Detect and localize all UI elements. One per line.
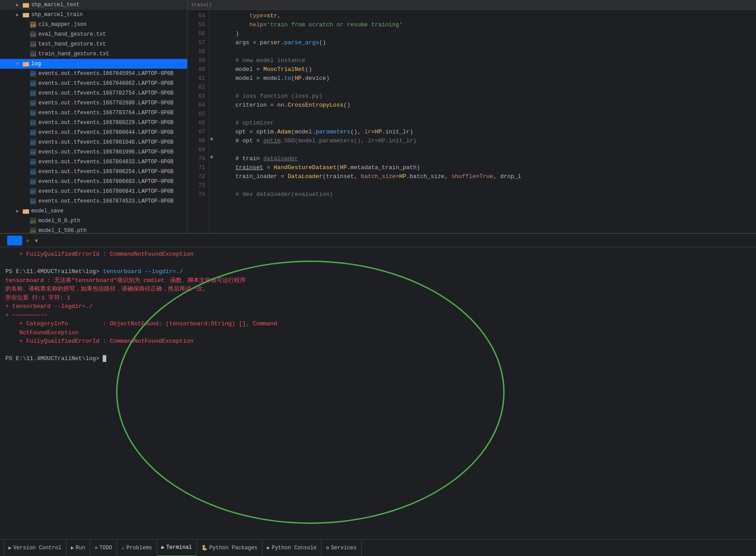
tree-item[interactable]: tfevents.out.tfevents.1667801096.LAPTOP-… — [0, 147, 187, 157]
line-number: 59 — [188, 56, 205, 65]
tree-item[interactable]: ▶shp_marcel_train — [0, 10, 187, 20]
code-content[interactable]: type=str, help='train from scratch or re… — [218, 10, 756, 233]
tf-icon: tf — [29, 158, 37, 166]
tree-item[interactable]: tfevents.out.tfevents.1667800229.LAPTOP-… — [0, 118, 187, 128]
tree-item[interactable]: tfevents.out.tfevents.1667783764.LAPTOP-… — [0, 108, 187, 118]
breadcrumb-text: train() — [191, 2, 212, 8]
tree-item[interactable]: ▶shp_marcel_test — [0, 0, 187, 10]
tree-item-label: events.out.tfevents.1667806841.LAPTOP-0P… — [38, 188, 173, 195]
svg-text:tf: tf — [31, 141, 35, 145]
folder-icon — [22, 11, 29, 18]
code-line: opt = optim.Adam(model.parameters(), lr=… — [221, 128, 752, 137]
svg-text:txt: txt — [31, 33, 36, 37]
svg-text:tf: tf — [31, 180, 35, 184]
tf-icon: tf — [29, 90, 37, 97]
status-label: Problems — [126, 545, 152, 551]
tree-item[interactable]: tfevents.out.tfevents.1667800644.LAPTOP-… — [0, 128, 187, 137]
tree-arrow: ▶ — [16, 208, 22, 214]
line-number: 69 — [188, 145, 205, 154]
tree-item[interactable]: tfevents.out.tfevents.1667801048.LAPTOP-… — [0, 137, 187, 147]
tree-item-label: events.out.tfevents.1667645954.LAPTOP-0P… — [38, 71, 173, 77]
tree-item-label: events.out.tfevents.1667782754.LAPTOP-0P… — [38, 90, 173, 96]
pth-icon: pth — [29, 217, 37, 224]
tf-icon: tf — [29, 70, 37, 77]
terminal-tab-bar: ✕ + ▾ — [0, 234, 756, 247]
gutter-cell — [209, 63, 218, 72]
terminal-add-button[interactable]: + — [24, 237, 31, 244]
code-line: # loss function (loss.py) — [221, 92, 752, 101]
code-line: # optimizer — [221, 119, 752, 128]
terminal-line: 的名称。请检查名称的拼写，如果包括路径，请确保路径正确，然后再试一次。 — [5, 285, 751, 294]
status-icon: 🐍 — [201, 545, 208, 551]
line-number: 64 — [188, 101, 205, 110]
tree-item[interactable]: ▶model_save — [0, 206, 187, 216]
terminal-line: + CategoryInfo : ObjectNotFound: (tensor… — [5, 319, 751, 328]
tree-item-label: shp_marcel_train — [31, 12, 83, 18]
status-icon: ⚠ — [121, 545, 125, 551]
gutter-cell — [209, 10, 218, 19]
terminal-line: + FullyQualifiedErrorId : CommandNotFoun… — [5, 250, 751, 259]
tree-item[interactable]: tfevents.out.tfevents.1667806841.LAPTOP-… — [0, 187, 187, 196]
terminal-local-tab[interactable]: ✕ — [7, 236, 22, 245]
tree-item[interactable]: tfevents.out.tfevents.1667645954.LAPTOP-… — [0, 69, 187, 79]
terminal-dropdown-button[interactable]: ▾ — [33, 237, 40, 244]
tree-item[interactable]: tfevents.out.tfevents.1667806254.LAPTOP-… — [0, 167, 187, 177]
line-number: 67 — [188, 128, 205, 137]
tree-item-label: shp_marcel_test — [31, 2, 79, 8]
tree-item[interactable]: ▼log — [0, 59, 187, 69]
status-item-run[interactable]: ▶Run — [67, 539, 90, 556]
gutter-cell — [209, 46, 218, 54]
svg-text:txt: txt — [31, 43, 36, 47]
gutter-cell — [209, 179, 218, 188]
status-item-version-control[interactable]: ▶Version Control — [4, 539, 67, 556]
code-line: ) — [221, 29, 752, 38]
terminal-tab-close[interactable]: ✕ — [15, 238, 17, 243]
terminal-line: PS E:\11.4MOUCTrailNet\log> tensorboard … — [5, 267, 751, 276]
code-line — [221, 145, 752, 154]
tree-item[interactable]: tfevents.out.tfevents.1667646062.LAPTOP-… — [0, 79, 187, 88]
tree-item[interactable]: tfevents.out.tfevents.1667806603.LAPTOP-… — [0, 177, 187, 187]
tree-item-label: eval_hand_gesture.txt — [38, 31, 106, 37]
status-label: Version Control — [13, 545, 62, 551]
pth-icon: pth — [29, 227, 37, 233]
svg-text:tf: tf — [31, 200, 35, 204]
tree-item[interactable]: jsoncls_mapper.json — [0, 20, 187, 29]
tf-icon: tf — [29, 198, 37, 205]
bookmark-icon: ◈ — [210, 153, 213, 162]
status-item-python-console[interactable]: ▶Python Console — [263, 539, 322, 556]
status-item-services[interactable]: ⚙Services — [322, 539, 361, 556]
line-number: 74 — [188, 190, 205, 199]
tree-item[interactable]: tfevents.out.tfevents.1667782754.LAPTOP-… — [0, 88, 187, 98]
code-area: 5455565758596061626364656667686970717273… — [188, 10, 756, 233]
svg-text:pth: pth — [30, 220, 36, 224]
tree-item[interactable]: txttrain_hand_gesture.txt — [0, 49, 187, 59]
folder-icon — [22, 1, 29, 8]
tree-item[interactable]: tfevents.out.tfevents.1667782880.LAPTOP-… — [0, 98, 187, 108]
tree-item-label: cls_mapper.json — [38, 21, 87, 28]
tree-item[interactable]: pthmodel_1_500.pth — [0, 226, 187, 233]
gutter-cell — [209, 28, 218, 37]
status-label: Python Console — [271, 545, 317, 551]
terminal-line: 所在位置 行:1 字符: 1 — [5, 294, 751, 303]
tree-item[interactable]: tfevents.out.tfevents.1667874523.LAPTOP-… — [0, 196, 187, 206]
tree-item-label: events.out.tfevents.1667801096.LAPTOP-0P… — [38, 149, 173, 155]
gutter-cell: ◈ — [209, 153, 218, 162]
tree-item-label: log — [31, 61, 41, 67]
svg-text:tf: tf — [31, 131, 35, 135]
tf-icon: tf — [29, 149, 37, 156]
tree-item[interactable]: pthmodel_0_0.pth — [0, 216, 187, 226]
terminal-content[interactable]: + FullyQualifiedErrorId : CommandNotFoun… — [0, 247, 756, 539]
tree-item[interactable]: txteval_hand_gesture.txt — [0, 29, 187, 39]
tree-arrow: ▶ — [16, 12, 22, 17]
status-item-todo[interactable]: ≡TODO — [90, 539, 117, 556]
code-line: help='train from scratch or resume train… — [221, 21, 752, 29]
status-item-problems[interactable]: ⚠Problems — [117, 539, 157, 556]
svg-text:tf: tf — [31, 92, 35, 96]
terminal-line: NotFoundException — [5, 328, 751, 337]
status-item-python-packages[interactable]: 🐍Python Packages — [197, 539, 263, 556]
status-item-terminal[interactable]: ▶Terminal — [157, 539, 197, 556]
code-line — [221, 83, 752, 92]
tree-item[interactable]: txttest_hand_gesture.txt — [0, 39, 187, 49]
tree-item[interactable]: tfevents.out.tfevents.1667804833.LAPTOP-… — [0, 157, 187, 167]
svg-text:tf: tf — [31, 151, 35, 155]
